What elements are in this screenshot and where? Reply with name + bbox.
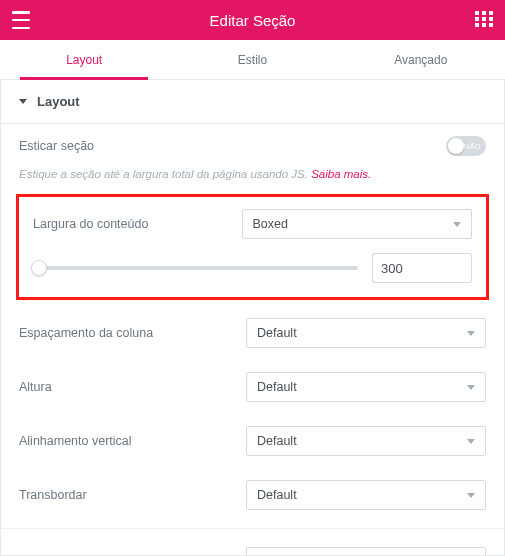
chevron-down-icon [467,493,475,498]
row-column-gap: Espaçamento da coluna Default [19,306,486,360]
label-stretch: Esticar seção [19,139,446,153]
settings-panel[interactable]: Layout Esticar seção NÃO Estique a seção… [0,80,505,556]
tab-style[interactable]: Estilo [168,40,336,79]
tab-layout[interactable]: Layout [0,40,168,79]
section-title: Layout [37,94,80,109]
tab-label: Avançado [394,53,447,67]
row-overflow: Transbordar Default [19,468,486,522]
menu-icon[interactable] [12,11,30,29]
label-valign: Alinhamento vertical [19,434,246,448]
chevron-down-icon [467,385,475,390]
row-valign: Alinhamento vertical Default [19,414,486,468]
toggle-text: NÃO [464,142,481,151]
topbar-title: Editar Seção [30,12,475,29]
row-content-width-slider [33,247,472,283]
helper-link[interactable]: Saiba mais. [311,168,371,180]
tab-label: Layout [66,53,102,67]
chevron-down-icon [453,222,461,227]
select-height[interactable]: Default [246,372,486,402]
chevron-down-icon [19,99,27,104]
chevron-down-icon [467,439,475,444]
label-content-width: Largura do conteúdo [33,217,242,231]
section-body-layout: Esticar seção NÃO Estique a seção até a … [1,124,504,556]
select-valign[interactable]: Default [246,426,486,456]
select-overflow[interactable]: Default [246,480,486,510]
tab-advanced[interactable]: Avançado [337,40,505,79]
divider [1,528,504,529]
tabs: Layout Estilo Avançado [0,40,505,80]
label-overflow: Transbordar [19,488,246,502]
select-html-tag[interactable]: Default [246,547,486,556]
label-column-gap: Espaçamento da coluna [19,326,246,340]
chevron-down-icon [467,331,475,336]
select-value: Default [257,326,297,340]
tab-label: Estilo [238,53,267,67]
slider-content-width[interactable] [33,266,358,270]
row-height: Altura Default [19,360,486,414]
select-value: Default [257,434,297,448]
topbar: Editar Seção [0,0,505,40]
input-content-width-value[interactable] [372,253,472,283]
section-header-layout[interactable]: Layout [1,80,504,124]
helper-text: Estique a seção até a largura total da p… [19,168,311,180]
row-stretch: Esticar seção NÃO [19,124,486,168]
apps-grid-icon[interactable] [475,11,493,29]
select-value: Default [257,380,297,394]
helper-stretch: Estique a seção até a largura total da p… [19,168,486,194]
highlight-content-width: Largura do conteúdo Boxed [16,194,489,300]
select-column-gap[interactable]: Default [246,318,486,348]
label-height: Altura [19,380,246,394]
select-value: Default [257,488,297,502]
toggle-knob [448,138,464,154]
select-content-width[interactable]: Boxed [242,209,473,239]
row-html-tag: Tag HTML Default [19,535,486,556]
slider-thumb[interactable] [31,260,47,276]
select-value: Boxed [253,217,288,231]
row-content-width: Largura do conteúdo Boxed [33,207,472,247]
toggle-stretch[interactable]: NÃO [446,136,486,156]
